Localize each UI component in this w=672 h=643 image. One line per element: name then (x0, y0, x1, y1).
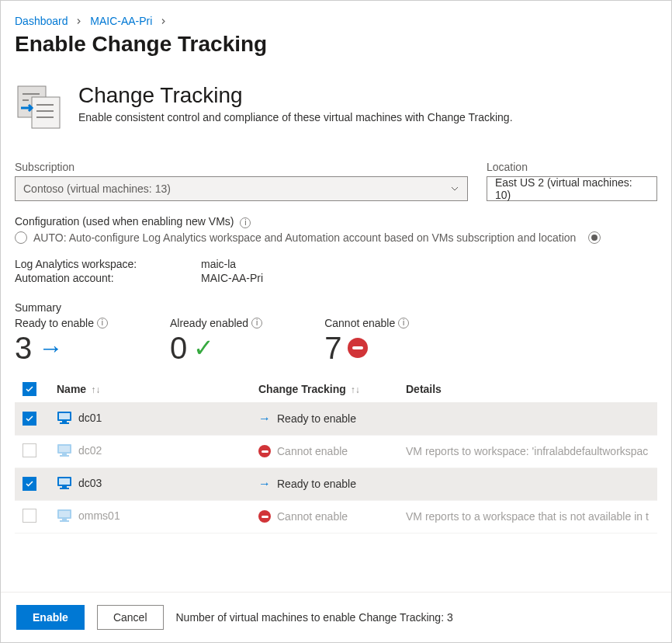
vm-details: VM reports to a workspace that is not av… (398, 500, 657, 533)
breadcrumb: Dashboard MAIC-AA-Pri (15, 15, 657, 27)
info-icon[interactable]: i (97, 318, 108, 328)
svg-rect-21 (62, 519, 67, 520)
subscription-dropdown[interactable]: Contoso (virtual machines: 13) (15, 176, 468, 201)
col-ct-header[interactable]: Change Tracking↑↓ (251, 376, 398, 403)
summary-ready-value: 3 (15, 332, 32, 363)
vm-details (398, 402, 657, 435)
vm-name: dc02 (78, 444, 102, 457)
col-name-header[interactable]: Name↑↓ (49, 376, 251, 403)
summary-cannot-card[interactable]: Cannot enable i 7 (324, 317, 409, 363)
location-value: East US 2 (virtual machines: 10) (495, 176, 649, 201)
svg-rect-13 (62, 454, 67, 455)
law-label: Log Analytics workspace: (15, 258, 201, 270)
info-icon[interactable]: i (251, 318, 262, 328)
svg-rect-9 (62, 421, 67, 422)
vm-name: dc01 (78, 412, 102, 424)
change-tracking-icon (15, 83, 63, 134)
arrow-right-icon: → (258, 477, 271, 491)
summary-heading: Summary (15, 301, 657, 314)
footer-count-text: Number of virtual machines to enable Cha… (176, 611, 453, 624)
row-checkbox (23, 509, 36, 523)
subscription-value: Contoso (virtual machines: 13) (23, 182, 171, 195)
location-dropdown[interactable]: East US 2 (virtual machines: 10) (487, 176, 657, 201)
check-icon: ✓ (193, 335, 214, 360)
config-auto-radio[interactable] (15, 231, 27, 244)
col-details-header[interactable]: Details (398, 376, 657, 403)
svg-rect-22 (60, 520, 69, 522)
svg-rect-8 (59, 413, 70, 419)
info-icon[interactable]: i (398, 318, 409, 328)
svg-rect-1 (32, 97, 60, 128)
summary-cannot-value: 7 (324, 332, 341, 363)
enable-button[interactable]: Enable (16, 605, 85, 630)
summary-already-label: Already enabled (170, 317, 248, 329)
arrow-right-icon: → (38, 335, 63, 360)
svg-rect-18 (60, 488, 69, 489)
vm-name: dc03 (78, 477, 102, 489)
vm-icon (57, 443, 72, 460)
svg-rect-16 (59, 478, 70, 485)
vm-status: Cannot enable (277, 445, 348, 457)
table-row[interactable]: omms01Cannot enableVM reports to a works… (15, 500, 657, 533)
vm-icon (57, 509, 72, 525)
hero-title: Change Tracking (78, 83, 513, 108)
vm-status: Ready to enable (277, 412, 356, 425)
sort-icon: ↑↓ (351, 384, 360, 395)
table-row[interactable]: dc03→Ready to enable (15, 467, 657, 500)
table-row[interactable]: dc02Cannot enableVM reports to workspace… (15, 435, 657, 467)
location-label: Location (487, 161, 657, 173)
summary-already-card[interactable]: Already enabled i 0 ✓ (170, 317, 262, 363)
vm-status: Ready to enable (277, 478, 356, 490)
select-all-checkbox[interactable] (23, 382, 36, 396)
breadcrumb-dashboard[interactable]: Dashboard (15, 15, 68, 27)
summary-already-value: 0 (170, 332, 187, 363)
vm-table: Name↑↓ Change Tracking↑↓ Details dc01→Re… (15, 376, 657, 534)
minus-circle-icon (348, 338, 368, 358)
minus-circle-icon (258, 445, 271, 457)
breadcrumb-resource[interactable]: MAIC-AA-Pri (90, 15, 152, 27)
svg-rect-20 (59, 511, 70, 517)
cancel-button[interactable]: Cancel (97, 605, 164, 630)
vm-icon (57, 411, 72, 427)
page-title: Enable Change Tracking (15, 32, 657, 57)
hero-subtitle: Enable consistent control and compliance… (78, 111, 513, 123)
law-value: maic-la (201, 258, 657, 270)
config-auto-label: AUTO: Auto-configure Log Analytics works… (33, 231, 576, 244)
vm-details (398, 467, 657, 500)
summary-ready-card[interactable]: Ready to enable i 3 → (15, 317, 108, 363)
vm-status: Cannot enable (277, 510, 348, 523)
chevron-right-icon (71, 15, 87, 27)
row-checkbox (23, 443, 36, 457)
row-checkbox[interactable] (23, 477, 36, 491)
table-row[interactable]: dc01→Ready to enable (15, 402, 657, 435)
aa-label: Automation account: (15, 272, 201, 284)
vm-name: omms01 (78, 509, 120, 522)
svg-rect-12 (59, 446, 70, 452)
svg-rect-14 (60, 455, 69, 457)
chevron-down-icon (450, 184, 459, 193)
summary-cannot-label: Cannot enable (324, 317, 395, 329)
arrow-right-icon: → (258, 412, 271, 426)
row-checkbox[interactable] (23, 412, 36, 426)
svg-rect-17 (62, 486, 67, 488)
config-other-radio[interactable] (588, 231, 601, 244)
vm-details: VM reports to workspace: 'infralabdefaul… (398, 435, 657, 467)
configuration-label: Configuration (used when enabling new VM… (15, 215, 234, 228)
info-icon[interactable]: i (240, 217, 251, 228)
vm-icon (57, 476, 72, 492)
minus-circle-icon (258, 510, 271, 523)
aa-value: MAIC-AA-Pri (201, 272, 657, 284)
subscription-label: Subscription (15, 161, 468, 173)
sort-icon: ↑↓ (91, 384, 100, 395)
summary-ready-label: Ready to enable (15, 317, 94, 329)
svg-rect-10 (60, 422, 69, 424)
chevron-right-icon (155, 15, 171, 27)
